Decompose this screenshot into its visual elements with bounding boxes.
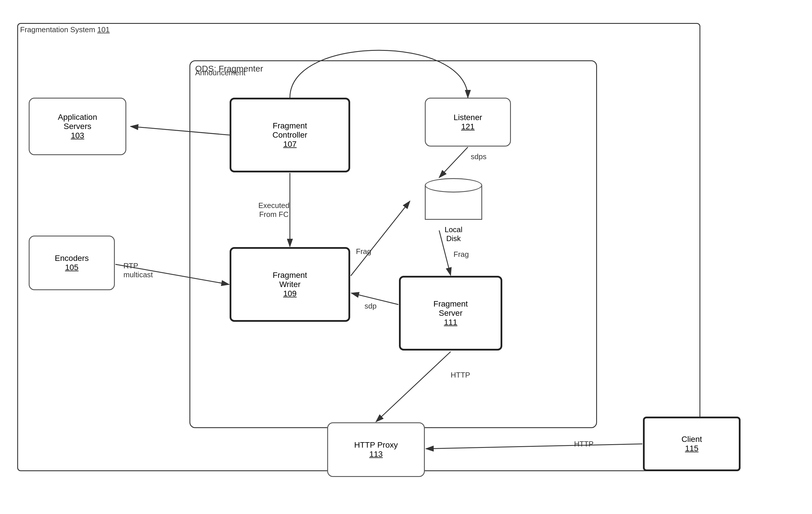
sdp-label: sdp <box>365 302 377 310</box>
frag-system-label: Fragmentation System 101 <box>20 25 110 34</box>
client-label: Client <box>682 435 702 444</box>
fw-num: 109 <box>283 289 297 298</box>
app-servers-label: ApplicationServers <box>58 113 97 131</box>
frag-bottom-label: Frag <box>454 250 469 259</box>
app-servers-box: ApplicationServers 103 <box>29 98 126 155</box>
listener-num: 121 <box>461 122 475 131</box>
fragment-controller-box: FragmentController 107 <box>230 98 350 172</box>
frag-top-label: Frag <box>356 247 371 256</box>
http-bottom-label: HTTP <box>574 440 593 449</box>
http-top-label: HTTP <box>451 371 470 380</box>
local-disk-label: LocalDisk <box>410 225 497 243</box>
listener-label: Listener <box>454 113 482 122</box>
http-proxy-label: HTTP Proxy <box>354 440 398 450</box>
client-box: Client 115 <box>643 416 741 471</box>
fragment-writer-box: FragmentWriter 109 <box>230 247 350 322</box>
client-num: 115 <box>685 444 699 453</box>
sdps-label: sdps <box>471 152 487 161</box>
encoders-box: Encoders 105 <box>29 236 115 290</box>
diagram-container: Fragmentation System 101 ODS: Fragmenter… <box>11 11 801 503</box>
app-servers-num: 103 <box>71 131 84 140</box>
executed-from-fc-label: ExecutedFrom FC <box>258 201 289 219</box>
fc-label: FragmentController <box>272 121 307 140</box>
encoders-num: 105 <box>65 263 79 272</box>
http-proxy-box: HTTP Proxy 113 <box>327 422 425 477</box>
http-proxy-num: 113 <box>369 450 383 459</box>
fs-label: FragmentServer <box>433 299 468 318</box>
listener-box: Listener 121 <box>425 98 511 146</box>
fs-num: 111 <box>444 318 458 327</box>
fw-label: FragmentWriter <box>273 271 307 289</box>
local-disk-container: LocalDisk <box>410 178 497 243</box>
fragment-server-box: FragmentServer 111 <box>399 276 502 351</box>
rtp-multicast-label: RTPmulticast <box>123 262 153 279</box>
encoders-label: Encoders <box>55 254 89 263</box>
fc-num: 107 <box>283 140 297 149</box>
announcement-label: Announcement <box>195 69 245 77</box>
